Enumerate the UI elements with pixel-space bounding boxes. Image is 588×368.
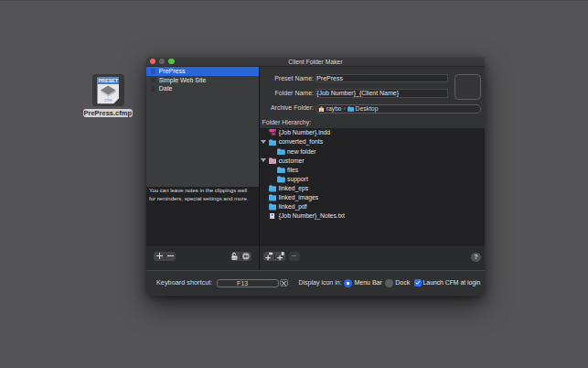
svg-text:CFM: CFM: [104, 99, 112, 103]
svg-text:PRESET: PRESET: [98, 78, 118, 83]
